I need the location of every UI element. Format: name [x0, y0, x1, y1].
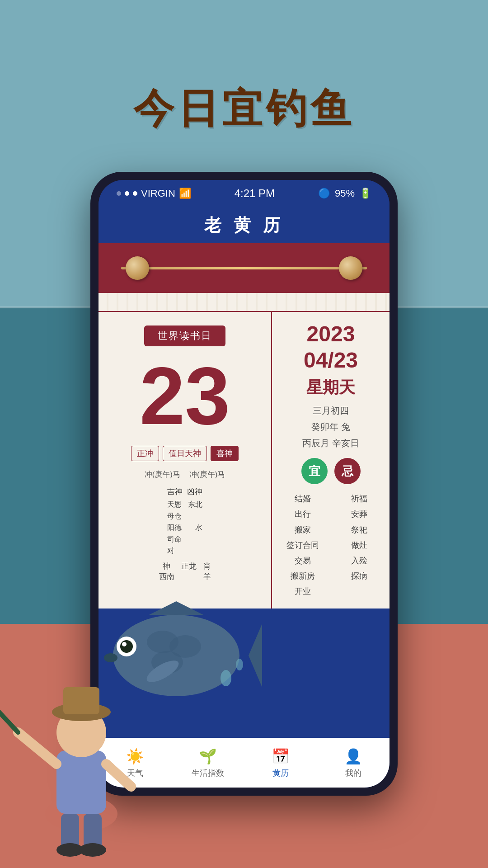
conflict-row-1: 冲(庚午)马 冲(庚午)马: [145, 469, 225, 480]
calendar-label: 黄历: [272, 768, 289, 778]
nav-item-life[interactable]: 🌱 生活指数: [171, 738, 244, 788]
lunar-info: 三月初四 癸卯年 兔 丙辰月 辛亥日: [302, 402, 359, 451]
yi-label: 宜: [309, 463, 320, 479]
clock: 4:21 PM: [235, 187, 275, 200]
extra-col-2: 正龙: [181, 561, 197, 582]
torn-edge: [99, 293, 389, 311]
app-title-bar: 老 黄 历: [99, 207, 389, 243]
svg-marker-22: [149, 601, 203, 615]
tag-xishen: 喜神: [211, 446, 239, 461]
nav-item-mine[interactable]: 👤 我的: [317, 738, 389, 788]
extra-label-3: 肖: [203, 561, 211, 571]
nav-item-calendar[interactable]: 📅 黄历: [244, 738, 317, 788]
yi-item-1: 结婚: [279, 491, 326, 506]
calendar-main: 世界读书日 23 正冲 值日天神 喜神 冲(庚午)马: [99, 311, 389, 609]
month-day-display: 04/23: [304, 347, 358, 373]
yi-item-6: 搬新房: [279, 568, 326, 584]
tag-tiansheng: 值日天神: [163, 446, 207, 461]
mine-label: 我的: [345, 768, 361, 778]
lunar-line-2: 癸卯年 兔: [302, 419, 359, 435]
day-number: 23: [140, 355, 230, 437]
svg-marker-17: [249, 624, 262, 687]
calendar-right: 2023 04/23 星期天 三月初四 癸卯年 兔 丙辰月 辛亥日 宜: [272, 312, 389, 609]
status-bar: VIRGIN 📶 4:21 PM 🔵 95% 🔋: [99, 180, 389, 207]
ji-item-6: 探病: [335, 568, 383, 584]
god-items-left: 天恩母仓阳德司命对: [167, 499, 183, 557]
mine-icon: 👤: [344, 748, 362, 765]
yi-item-5: 交易: [279, 553, 326, 568]
yi-list: 结婚 出行 搬家 签订合同 交易 搬新房 开业: [279, 491, 326, 599]
conflict-right: 冲(庚午)马: [189, 469, 225, 480]
battery-label: 95%: [335, 188, 355, 199]
calendar-left: 世界读书日 23 正冲 值日天神 喜神 冲(庚午)马: [99, 312, 272, 609]
god-title-right: 凶神: [187, 486, 202, 497]
scroll-knob-left: [126, 256, 149, 280]
god-title-left: 吉神: [167, 486, 183, 497]
wifi-icon: 📶: [179, 188, 191, 199]
svg-point-21: [104, 653, 117, 662]
conflict-left: 冲(庚午)马: [145, 469, 180, 480]
signal-dot-2: [125, 191, 129, 196]
extra-col-1: 神 西南: [159, 561, 174, 582]
tag-zhong: 正冲: [131, 446, 159, 461]
conflict-right-label: 冲(庚午)马: [189, 469, 225, 480]
calendar-scroll-top: [99, 243, 389, 293]
ji-item-4: 做灶: [335, 538, 383, 553]
ji-button[interactable]: 忌: [334, 458, 361, 484]
extra-val-1: 西南: [159, 571, 174, 582]
bottom-nav: ☀️ 天气 🌱 生活指数 📅 黄历 👤 我的: [99, 738, 389, 788]
god-section: 吉神 天恩母仓阳德司命对 凶神 东北水: [167, 486, 202, 557]
app-title: 老 黄 历: [204, 214, 283, 237]
ji-item-5: 入殓: [335, 553, 383, 568]
scroll-knob-right: [339, 256, 362, 280]
fish-illustration: [90, 588, 262, 723]
svg-point-24: [221, 670, 231, 686]
year-display: 2023: [307, 321, 355, 347]
bluetooth-icon: 🔵: [318, 188, 330, 199]
lunar-line-1: 三月初四: [302, 402, 359, 419]
scroll-rod: [121, 267, 367, 269]
god-col-left: 吉神 天恩母仓阳德司命对: [167, 486, 183, 557]
yi-item-7: 开业: [279, 584, 326, 599]
conflict-left-label: 冲(庚午)马: [145, 469, 180, 480]
yi-item-2: 出行: [279, 506, 326, 522]
battery-icon: 🔋: [359, 188, 371, 199]
yi-item-4: 签订合同: [279, 538, 326, 553]
extra-col-3: 肖 羊: [203, 561, 211, 582]
yi-item-3: 搬家: [279, 522, 326, 538]
extra-label-1: 神: [159, 561, 174, 571]
status-right: 🔵 95% 🔋: [318, 188, 371, 199]
svg-point-20: [122, 642, 127, 646]
signal-dot-1: [117, 191, 121, 196]
ji-label: 忌: [342, 463, 353, 479]
hero-title: 今日宜钓鱼: [133, 81, 355, 137]
extra-val-3: 羊: [203, 571, 211, 582]
calendar-icon: 📅: [272, 748, 290, 765]
ji-item-3: 祭祀: [335, 522, 383, 538]
god-col-right: 凶神 东北水: [187, 486, 202, 557]
weather-icon: ☀️: [126, 748, 144, 765]
ji-item-2: 安葬: [335, 506, 383, 522]
yi-ji-row: 宜 忌: [301, 458, 361, 484]
event-badge: 世界读书日: [144, 326, 225, 346]
svg-point-19: [120, 640, 133, 653]
nav-item-weather[interactable]: ☀️ 天气: [99, 738, 171, 788]
life-label: 生活指数: [192, 768, 224, 778]
tags-row: 正冲 值日天神 喜神: [131, 446, 239, 461]
ji-item-1: 祈福: [335, 491, 383, 506]
weekday-display: 星期天: [306, 377, 355, 399]
extra-val-2: 正龙: [181, 561, 197, 571]
carrier-label: VIRGIN: [141, 188, 175, 199]
svg-point-25: [236, 659, 243, 670]
status-left: VIRGIN 📶: [117, 188, 191, 199]
lunar-line-3: 丙辰月 辛亥日: [302, 435, 359, 451]
ji-list: 祈福 安葬 祭祀 做灶 入殓 探病: [335, 491, 383, 599]
god-items-right: 东北水: [187, 499, 202, 533]
weather-label: 天气: [127, 768, 143, 778]
life-icon: 🌱: [199, 748, 217, 765]
yi-button[interactable]: 宜: [301, 458, 328, 484]
yi-ji-lists: 结婚 出行 搬家 签订合同 交易 搬新房 开业 祈福 安葬: [279, 491, 383, 599]
extra-tags-row: 神 西南 正龙 肖 羊: [159, 561, 211, 582]
signal-dot-3: [133, 191, 137, 196]
